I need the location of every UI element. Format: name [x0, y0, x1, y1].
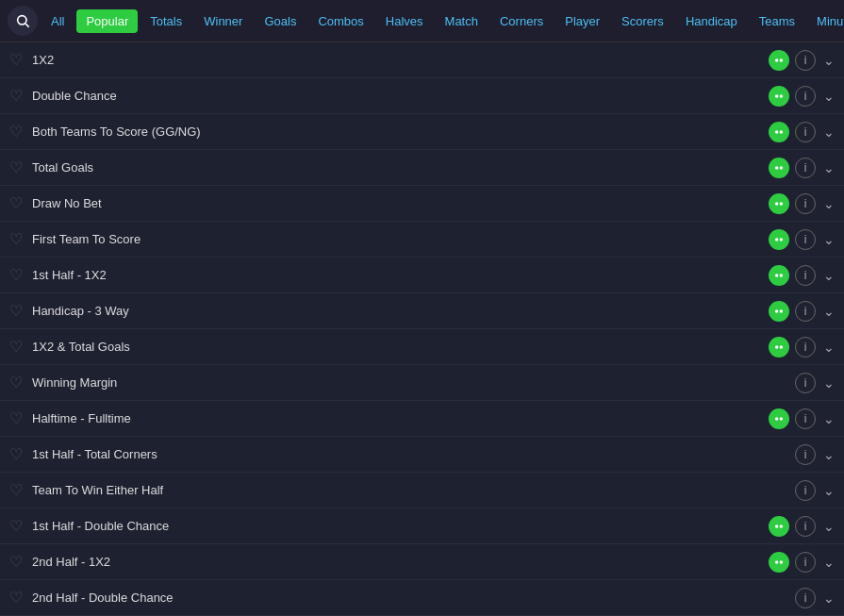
filter-tab-combos[interactable]: Combos	[308, 9, 372, 33]
info-icon[interactable]: i	[795, 86, 816, 107]
info-icon[interactable]: i	[795, 122, 816, 142]
heart-icon[interactable]: ♡	[9, 266, 23, 284]
info-icon[interactable]: i	[795, 373, 816, 393]
filter-tab-minutes[interactable]: Minutes	[807, 9, 844, 33]
filter-tab-match[interactable]: Match	[436, 9, 488, 33]
svg-point-5	[780, 94, 784, 98]
stats-badge[interactable]	[769, 193, 789, 214]
chevron-down-icon[interactable]: ⌄	[823, 160, 835, 175]
filter-tab-goals[interactable]: Goals	[255, 9, 306, 33]
row-actions: i⌄	[769, 229, 835, 250]
market-row[interactable]: ♡Halftime - Fulltimei⌄	[0, 401, 844, 437]
heart-icon[interactable]: ♡	[9, 230, 23, 248]
stats-badge[interactable]	[769, 408, 789, 429]
heart-icon[interactable]: ♡	[9, 338, 23, 356]
info-icon[interactable]: i	[795, 552, 816, 573]
filter-tab-totals[interactable]: Totals	[141, 9, 191, 33]
market-row[interactable]: ♡2nd Half - Double Chancei⌄	[0, 580, 844, 616]
stats-badge[interactable]	[769, 229, 789, 250]
heart-icon[interactable]: ♡	[9, 553, 23, 571]
chevron-down-icon[interactable]: ⌄	[823, 232, 835, 247]
heart-icon[interactable]: ♡	[9, 374, 23, 391]
info-icon[interactable]: i	[795, 50, 816, 71]
info-icon[interactable]: i	[795, 408, 816, 429]
info-icon[interactable]: i	[795, 516, 816, 537]
chevron-down-icon[interactable]: ⌄	[823, 555, 835, 570]
stats-badge[interactable]	[769, 265, 789, 286]
stats-badge[interactable]	[769, 301, 789, 322]
chevron-down-icon[interactable]: ⌄	[823, 268, 835, 283]
market-row[interactable]: ♡First Team To Scorei⌄	[0, 222, 844, 258]
heart-icon[interactable]: ♡	[9, 302, 23, 320]
market-row[interactable]: ♡1st Half - Double Chancei⌄	[0, 508, 844, 544]
chevron-down-icon[interactable]: ⌄	[823, 196, 835, 211]
search-button[interactable]	[8, 6, 38, 36]
svg-point-4	[775, 94, 779, 98]
info-icon[interactable]: i	[795, 337, 816, 358]
filter-tab-corners[interactable]: Corners	[490, 9, 553, 33]
filter-tab-teams[interactable]: Teams	[750, 9, 804, 33]
chevron-down-icon[interactable]: ⌄	[823, 591, 835, 606]
stats-badge[interactable]	[769, 50, 789, 71]
stats-badge[interactable]	[769, 552, 789, 573]
filter-tab-handicap[interactable]: Handicap	[676, 9, 747, 33]
chevron-down-icon[interactable]: ⌄	[823, 125, 835, 140]
chevron-down-icon[interactable]: ⌄	[823, 483, 835, 498]
filter-tab-player[interactable]: Player	[555, 9, 609, 33]
stats-badge[interactable]	[769, 516, 789, 537]
heart-icon[interactable]: ♡	[9, 589, 23, 607]
info-icon[interactable]: i	[795, 301, 816, 322]
info-icon[interactable]: i	[795, 588, 816, 608]
market-row[interactable]: ♡1st Half - Total Cornersi⌄	[0, 437, 844, 473]
info-icon[interactable]: i	[795, 193, 816, 214]
chevron-down-icon[interactable]: ⌄	[823, 340, 835, 355]
stats-badge[interactable]	[769, 158, 789, 178]
filter-tab-popular[interactable]: Popular	[76, 9, 138, 33]
chevron-down-icon[interactable]: ⌄	[823, 519, 835, 534]
chevron-down-icon[interactable]: ⌄	[823, 375, 835, 391]
market-row[interactable]: ♡1X2i⌄	[0, 42, 844, 78]
market-name: 1st Half - 1X2	[32, 268, 769, 282]
heart-icon[interactable]: ♡	[9, 481, 23, 499]
info-icon[interactable]: i	[795, 480, 816, 501]
market-row[interactable]: ♡Double Chancei⌄	[0, 78, 844, 114]
info-icon[interactable]: i	[795, 444, 816, 465]
stats-badge[interactable]	[769, 86, 789, 107]
heart-icon[interactable]: ♡	[9, 409, 23, 427]
market-row[interactable]: ♡Handicap - 3 Wayi⌄	[0, 293, 844, 329]
chevron-down-icon[interactable]: ⌄	[823, 447, 835, 462]
stats-badge[interactable]	[769, 122, 789, 142]
market-row[interactable]: ♡1X2 & Total Goalsi⌄	[0, 329, 844, 365]
stats-badge[interactable]	[769, 337, 789, 358]
info-icon[interactable]: i	[795, 265, 816, 286]
market-row[interactable]: ♡2nd Half - 1X2i⌄	[0, 544, 844, 580]
heart-icon[interactable]: ♡	[9, 158, 23, 176]
info-icon[interactable]: i	[795, 229, 816, 250]
info-icon[interactable]: i	[795, 158, 816, 178]
heart-icon[interactable]: ♡	[9, 445, 23, 463]
market-row[interactable]: ♡Total Goalsi⌄	[0, 150, 844, 186]
chevron-down-icon[interactable]: ⌄	[823, 53, 835, 68]
heart-icon[interactable]: ♡	[9, 51, 23, 69]
chevron-down-icon[interactable]: ⌄	[823, 304, 835, 319]
heart-icon[interactable]: ♡	[9, 123, 23, 141]
svg-point-24	[775, 560, 779, 564]
filter-tab-scorers[interactable]: Scorers	[612, 9, 673, 33]
market-row[interactable]: ♡Winning Margini⌄	[0, 365, 844, 401]
heart-icon[interactable]: ♡	[9, 87, 23, 105]
chevron-down-icon[interactable]: ⌄	[823, 89, 835, 104]
heart-icon[interactable]: ♡	[9, 194, 23, 212]
market-row[interactable]: ♡1st Half - 1X2i⌄	[0, 258, 844, 293]
svg-point-16	[775, 309, 779, 313]
market-row[interactable]: ♡Both Teams To Score (GG/NG)i⌄	[0, 114, 844, 150]
filter-tab-all[interactable]: All	[41, 9, 74, 33]
row-actions: i⌄	[769, 408, 835, 429]
chevron-down-icon[interactable]: ⌄	[823, 411, 835, 426]
filter-tab-halves[interactable]: Halves	[376, 9, 433, 33]
filter-tab-winner[interactable]: Winner	[194, 9, 252, 33]
heart-icon[interactable]: ♡	[9, 517, 23, 535]
svg-point-18	[775, 345, 779, 349]
market-row[interactable]: ♡Draw No Beti⌄	[0, 186, 844, 222]
row-actions: i⌄	[769, 158, 835, 178]
market-row[interactable]: ♡Team To Win Either Halfi⌄	[0, 473, 844, 508]
